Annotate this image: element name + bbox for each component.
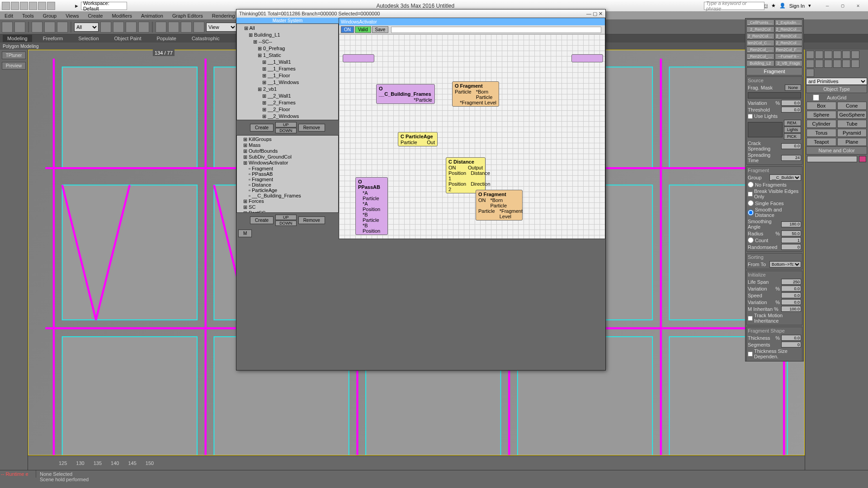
tree-item[interactable]: ⊞ 0_Prefrag: [244, 45, 337, 52]
user-icon[interactable]: 👤: [779, 3, 786, 9]
tree-item[interactable]: ▫ Fragment: [243, 177, 337, 182]
max-icon[interactable]: ▢: [593, 11, 597, 17]
menu-animation[interactable]: Animation: [141, 13, 163, 19]
open-icon[interactable]: [20, 2, 28, 10]
cameras-icon[interactable]: [833, 60, 841, 68]
layer-tab[interactable]: --FumeFX--: [775, 53, 803, 60]
rand-input[interactable]: [781, 244, 801, 250]
create-button[interactable]: Create: [250, 124, 274, 131]
node-ppassab[interactable]: O PPassAB *A Particle *A Position *B Par…: [355, 177, 388, 235]
hierarchy-tab-icon[interactable]: [824, 51, 832, 59]
life-input[interactable]: [781, 279, 801, 285]
lights-button[interactable]: Lights: [784, 127, 801, 133]
min-icon[interactable]: —: [586, 11, 591, 16]
bind-icon[interactable]: [57, 22, 68, 33]
close-button[interactable]: ✕: [852, 2, 864, 10]
box-button[interactable]: Box: [807, 102, 836, 110]
tree-item[interactable]: ⊞ __1_Floor: [244, 72, 337, 79]
current-frame[interactable]: 134 / 77: [153, 50, 175, 56]
tree-item[interactable]: ⊞ __1_Frames: [244, 66, 337, 72]
input-port[interactable]: [343, 54, 374, 62]
output-port[interactable]: [571, 54, 603, 62]
pyramid-button[interactable]: Pyramid: [837, 129, 867, 137]
link-icon[interactable]: [32, 22, 42, 33]
minh-input[interactable]: [781, 306, 801, 312]
tree-item[interactable]: ⊞ --SC--: [244, 38, 337, 45]
crack-input[interactable]: [781, 143, 801, 149]
tree-item[interactable]: ▫ ParticleAge: [243, 188, 337, 193]
count-input[interactable]: [781, 237, 801, 243]
seg-input[interactable]: [781, 342, 801, 347]
radius-input[interactable]: [781, 230, 801, 236]
smooth-radio[interactable]: [748, 210, 754, 216]
sphere-button[interactable]: Sphere: [807, 111, 836, 119]
scale-icon[interactable]: [181, 22, 192, 33]
remove-button[interactable]: Remove: [298, 124, 325, 131]
window-cross-icon[interactable]: [138, 22, 149, 33]
unlink-icon[interactable]: [44, 22, 55, 33]
tree-item[interactable]: ⊞ SC: [243, 204, 337, 210]
layer-tab[interactable]: 2_Ren2Col_Cells: [775, 33, 803, 39]
var3-input[interactable]: [781, 299, 801, 305]
threshold-input[interactable]: [781, 107, 801, 113]
helpers-icon[interactable]: [842, 60, 850, 68]
layer-tab[interactable]: 2_Ren2Col_Cells: [775, 26, 803, 33]
down2-button[interactable]: DOWN: [275, 221, 297, 226]
tab-catastrophic[interactable]: Catastrophic: [187, 35, 224, 42]
dropdown-icon[interactable]: ▾: [808, 3, 811, 9]
tsd-check[interactable]: [748, 352, 753, 357]
layer-tab[interactable]: 2_VB_Frags: [775, 60, 803, 66]
up2-button[interactable]: UP: [275, 215, 297, 220]
thinking-window[interactable]: Thinking001 Total=0011286 Branch=000000 …: [236, 9, 606, 371]
autogrid-check[interactable]: [807, 94, 825, 101]
select-region-icon[interactable]: [126, 22, 137, 33]
layer-tab[interactable]: _Ren2Col_Floor: [746, 53, 774, 60]
rotate-icon[interactable]: [168, 22, 179, 33]
mask-slot[interactable]: [748, 92, 801, 99]
color-swatch[interactable]: [859, 156, 866, 162]
single-radio[interactable]: [748, 200, 754, 206]
primitive-combo[interactable]: ard Primitives: [806, 78, 867, 85]
timeslider[interactable]: 134 / 77 125 130 135 140 145 150: [28, 455, 805, 470]
undo-tool-icon[interactable]: [2, 22, 13, 33]
tree-item[interactable]: ⊞ OutofBounds: [243, 148, 337, 154]
node-canvas[interactable]: WindowsActivator ON Valid Save: [339, 18, 605, 239]
select-icon[interactable]: [100, 22, 111, 33]
valid-button[interactable]: Valid: [355, 26, 371, 33]
refcoord-combo[interactable]: View: [206, 23, 237, 32]
variation-input[interactable]: [781, 100, 801, 106]
node-cbuilding[interactable]: O __C_Building_Frames *Particle: [376, 84, 435, 104]
scene-tree[interactable]: ⊞ All⊞ Building_L1⊞ --SC--⊞ 0_Prefrag⊞ 1…: [236, 23, 339, 120]
utilities-tab-icon[interactable]: [851, 51, 859, 59]
track-check[interactable]: [748, 316, 753, 321]
tree-item[interactable]: ⊞ KillGroups: [243, 136, 337, 142]
speed-input[interactable]: [781, 292, 801, 298]
tree-item[interactable]: ⊞ __2_Wall1: [244, 93, 337, 99]
menu-rendering[interactable]: Rendering: [212, 13, 235, 19]
tree-item[interactable]: ⊞ Building_L1: [244, 32, 337, 38]
tptuner-button[interactable]: TPtuner: [2, 52, 26, 59]
none-button[interactable]: None: [785, 84, 801, 91]
star-icon[interactable]: ★: [771, 3, 776, 9]
save-button[interactable]: Save: [372, 26, 389, 33]
smangle-input[interactable]: [781, 221, 801, 227]
cone-button[interactable]: Cone: [837, 102, 867, 110]
signin-link[interactable]: Sign In: [789, 3, 805, 9]
layer-tab[interactable]: 2_Ren2Col_Shape: [775, 40, 803, 46]
search-input[interactable]: Type a keyword or phrase: [704, 2, 764, 10]
save-icon[interactable]: [29, 2, 37, 10]
up-button[interactable]: UP: [275, 122, 297, 127]
tree-item[interactable]: ⊞ All: [244, 25, 337, 32]
tree-item[interactable]: ⊞ __2_Floor: [244, 106, 337, 113]
tree-item[interactable]: ⊞ WindowsActivator: [243, 160, 337, 166]
layer-tab[interactable]: ten2Col_Cells_Fl: [746, 40, 774, 46]
layer-tab[interactable]: 2_Ren2Col_Cells: [746, 33, 774, 39]
menu-edit[interactable]: Edit: [5, 13, 13, 19]
tree-item[interactable]: ▫ Distance: [243, 182, 337, 188]
breakvis-check[interactable]: [748, 192, 753, 197]
fromto-combo[interactable]: Bottom-->Top: [769, 261, 801, 267]
menu-views[interactable]: Views: [66, 13, 79, 19]
menu-group[interactable]: Group: [43, 13, 57, 19]
tab-freeform[interactable]: Freeform: [38, 35, 68, 42]
tree-item[interactable]: ▫ Fragment: [243, 166, 337, 171]
